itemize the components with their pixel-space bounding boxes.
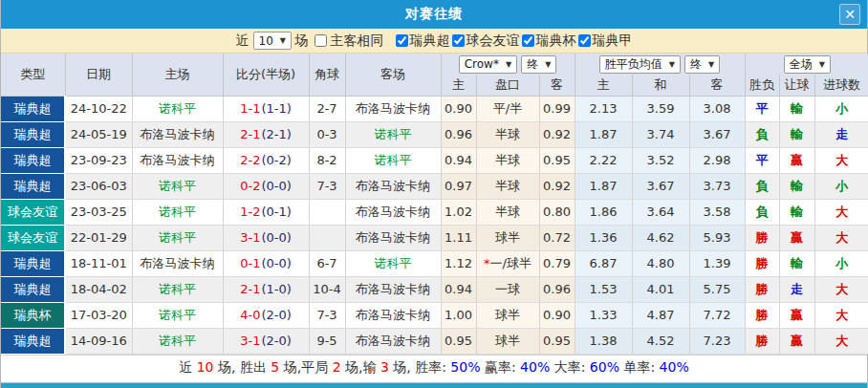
league-filters: 瑞典超球会友谊瑞典杯瑞典甲 [394,32,633,50]
avg-home: 1.87 [575,173,632,199]
handicap-text: 一/球半 [490,256,532,270]
home-team: 诺科平 [132,328,223,354]
home-odds: 0.96 [441,121,476,147]
avg-draw: 3.67 [632,173,689,199]
home-team: 诺科平 [132,276,223,302]
avg-away: 5.75 [689,276,745,302]
score-cell: 0-1(0-0) [223,250,309,276]
table-row: 瑞典超 14-09-16 诺科平 3-1(2-0) 9-5 布洛马波卡纳 0.9… [1,328,868,354]
league-badge: 瑞典超 [1,121,65,147]
result-value: 勝 [745,302,779,328]
same-venue-label: 主客相同 [331,32,384,50]
league-filter-item[interactable]: 瑞典超 [394,32,450,50]
corners: 7-3 [309,173,345,199]
goals-value: 大 [814,225,868,250]
handicap-result-value: 輸 [779,96,814,121]
home-odds: 1.00 [441,302,476,328]
avg-header-group: 胜平负均值 ▼ 终 ▼ [575,54,745,75]
sub-header-goals: 进球数 [814,75,868,96]
league-filter-item[interactable]: 瑞典杯 [520,32,576,50]
col-header-score: 比分(半场) [223,54,309,96]
score-fulltime: 2-1 [240,282,260,296]
handicap-cell: 平/半 [476,96,539,121]
away-odds: 0.79 [539,250,575,276]
match-date: 24-10-22 [65,96,132,121]
result-value: 勝 [745,250,779,276]
avg-draw: 3.52 [632,147,689,173]
odds-state-select[interactable]: 终 ▼ [521,55,556,74]
avg-home: 1.33 [575,302,632,328]
league-badge: 球会友谊 [1,225,65,250]
avg-home: 1.36 [575,225,632,250]
games-label: 场 [295,32,309,50]
home-odds: 0.97 [441,173,476,199]
dropdown-arrow-icon: ▼ [280,36,286,45]
games-count-select[interactable]: 10 ▼ [253,32,292,50]
league-checkbox[interactable] [578,34,591,47]
results-table: 类型 日期 主场 比分(半场) 角球 客场 Crow* ▼ 终 ▼ [1,54,868,355]
table-header: 类型 日期 主场 比分(半场) 角球 客场 Crow* ▼ 终 ▼ [1,54,868,96]
avg-select[interactable]: 胜平负均值 ▼ [599,55,681,74]
summary-label: 场, 胜率: [389,359,451,375]
league-label: 瑞典甲 [593,32,633,50]
close-button[interactable]: ✕ [839,4,860,25]
result-value: 負 [745,173,779,199]
home-team: 布洛马波卡纳 [132,250,223,276]
result-value: 勝 [745,276,779,302]
handicap-cell: 半球 [476,147,539,173]
table-row: 瑞典杯 17-03-20 诺科平 4-0(2-0) 7-3 布洛马波卡纳 1.0… [1,302,868,328]
avg-home: 1.38 [575,328,632,354]
score-fulltime: 3-1 [240,230,260,245]
same-venue-checkbox[interactable] [315,34,327,47]
score-cell: 3-1(0-0) [223,225,309,250]
results-body: 瑞典超 24-10-22 诺科平 1-1(1-1) 2-7 布洛马波卡纳 0.9… [1,96,868,354]
away-team: 布洛马波卡纳 [345,225,441,250]
avg-away: 1.39 [689,250,745,276]
avg-home: 1.86 [575,199,632,225]
league-label: 瑞典超 [410,32,450,50]
goals-value: 小 [814,250,868,276]
sub-header-avg-away: 客 [689,75,745,96]
sub-header-handicap: 盘口 [476,75,539,96]
league-checkbox[interactable] [396,34,408,47]
score-fulltime: 3-1 [240,334,260,348]
goals-value: 大 [814,147,868,173]
league-filter-item[interactable]: 瑞典甲 [576,32,633,50]
score-cell: 3-1(2-0) [223,328,309,354]
away-team: 诺科平 [345,250,441,276]
home-team: 诺科平 [132,173,223,199]
summary-number: 40% [520,359,550,375]
page-title: 对赛往绩 [405,6,463,23]
odds-state-value: 终 [527,56,538,73]
league-badge: 瑞典超 [1,276,65,302]
scope-select[interactable]: 全场 ▼ [784,55,831,74]
summary-number: 5 [271,359,279,375]
scope-header-group: 全场 ▼ [745,54,868,75]
league-filter-item[interactable]: 球会友谊 [450,32,520,50]
league-checkbox[interactable] [452,34,465,47]
home-odds: 0.94 [441,147,476,173]
table-row: 瑞典超 18-11-01 布洛马波卡纳 0-1(0-0) 6-7 诺科平 1.1… [1,250,868,276]
league-checkbox[interactable] [522,34,534,47]
handicap-cell: 半球 [476,121,539,147]
match-date: 18-04-02 [65,276,132,302]
handicap-result-value: 輸 [779,121,814,147]
result-value: 負 [745,199,779,225]
handicap-result-value: 輸 [779,199,814,225]
home-odds: 0.90 [441,96,476,121]
match-date: 23-06-03 [65,173,132,199]
summary-label: 场,输 [341,359,380,375]
odds-company-select[interactable]: Crow* ▼ [459,55,517,74]
goals-value: 大 [814,328,868,354]
score-fulltime: 2-2 [240,153,260,167]
handicap-cell: 球半 [476,225,539,250]
same-venue-option[interactable]: 主客相同 [313,32,384,50]
league-badge: 瑞典超 [1,96,65,121]
avg-draw: 3.59 [632,96,689,121]
score-halftime: (2-1) [261,127,291,141]
dropdown-arrow-icon: ▼ [506,60,511,69]
score-halftime: (0-1) [261,205,291,219]
handicap-result-value: 贏 [779,147,814,173]
score-halftime: (0-0) [261,256,291,270]
avg-state-select[interactable]: 终 ▼ [684,55,720,74]
